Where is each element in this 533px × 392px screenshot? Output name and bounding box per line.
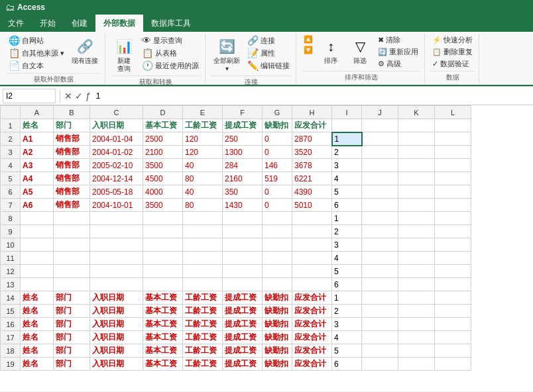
col-header-I[interactable]: I [332,106,362,119]
cell-8-7[interactable] [292,212,332,225]
cell-2-2[interactable]: 2004-01-04 [90,132,143,146]
cell-16-6[interactable]: 缺勤扣 [263,318,292,331]
cell-11-5[interactable] [223,252,263,265]
cell-8-5[interactable] [223,212,263,225]
btn-existing-connections[interactable]: 🔗 现有连接 [69,34,101,66]
col-header-F[interactable]: F [223,106,263,119]
cell-7-6[interactable]: 0 [263,199,292,212]
cell-19-5[interactable]: 提成工资 [223,358,263,371]
cell-5-0[interactable]: A4 [21,172,54,185]
cell-12-3[interactable] [143,265,183,278]
cell-2-3[interactable]: 2500 [143,132,183,146]
cell-12-1[interactable] [54,265,90,278]
cell-18-4[interactable]: 工龄工资 [183,344,223,358]
cell-9-5[interactable] [223,225,263,238]
cell-10-11[interactable] [435,238,471,252]
cell-5-4[interactable]: 80 [183,172,223,185]
cell-1-1[interactable]: 部门 [54,119,90,132]
cell-13-6[interactable] [263,278,292,291]
cell-18-2[interactable]: 入职日期 [90,344,143,358]
cell-6-0[interactable]: A5 [21,185,54,199]
cell-10-2[interactable] [90,238,143,252]
cell-3-11[interactable] [435,146,471,159]
btn-from-table[interactable]: 📋 从表格 [140,47,201,59]
cell-13-8[interactable]: 6 [332,278,362,291]
cell-5-10[interactable] [398,172,435,185]
cell-14-10[interactable] [398,291,435,305]
formula-input[interactable] [93,89,530,103]
cell-15-4[interactable]: 工龄工资 [183,305,223,318]
cell-6-8[interactable]: 5 [332,185,362,199]
cell-2-1[interactable]: 销售部 [54,132,90,146]
cell-2-4[interactable]: 120 [183,132,223,146]
cell-10-8[interactable]: 3 [332,238,362,252]
cell-1-0[interactable]: 姓名 [21,119,54,132]
cell-7-3[interactable]: 3500 [143,199,183,212]
cell-15-11[interactable] [435,305,471,318]
btn-new-query[interactable]: 📊 新建查询 [111,34,137,74]
cell-14-6[interactable]: 缺勤扣 [263,291,292,305]
cell-8-9[interactable] [362,212,398,225]
cell-14-7[interactable]: 应发合计 [292,291,332,305]
cell-15-1[interactable]: 部门 [54,305,90,318]
cell-4-2[interactable]: 2005-02-10 [90,159,143,172]
cell-6-10[interactable] [398,185,435,199]
cell-12-5[interactable] [223,265,263,278]
cell-10-7[interactable] [292,238,332,252]
cell-13-0[interactable] [21,278,54,291]
col-header-E[interactable]: E [183,106,223,119]
cell-19-2[interactable]: 入职日期 [90,358,143,371]
cell-8-2[interactable] [90,212,143,225]
cell-10-10[interactable] [398,238,435,252]
cell-9-8[interactable]: 2 [332,225,362,238]
cell-14-0[interactable]: 姓名 [21,291,54,305]
cell-3-8[interactable]: 2 [332,146,362,159]
col-header-D[interactable]: D [143,106,183,119]
cell-16-1[interactable]: 部门 [54,318,90,331]
cell-16-5[interactable]: 提成工资 [223,318,263,331]
cell-13-1[interactable] [54,278,90,291]
cell-17-1[interactable]: 部门 [54,331,90,344]
cell-6-2[interactable]: 2005-05-18 [90,185,143,199]
cell-18-0[interactable]: 姓名 [21,344,54,358]
cell-3-10[interactable] [398,146,435,159]
col-header-H[interactable]: H [292,106,332,119]
cell-17-4[interactable]: 工龄工资 [183,331,223,344]
btn-validate[interactable]: ✓ 数据验证 [430,58,475,70]
cell-14-9[interactable] [362,291,398,305]
cell-19-4[interactable]: 工龄工资 [183,358,223,371]
btn-clear[interactable]: ✖ 清除 [376,34,420,46]
cell-9-10[interactable] [398,225,435,238]
cell-16-2[interactable]: 入职日期 [90,318,143,331]
cell-4-1[interactable]: 销售部 [54,159,90,172]
cell-11-4[interactable] [183,252,223,265]
cell-10-6[interactable] [263,238,292,252]
cell-6-11[interactable] [435,185,471,199]
col-header-J[interactable]: J [362,106,398,119]
cell-11-9[interactable] [362,252,398,265]
cell-11-2[interactable] [90,252,143,265]
cell-18-3[interactable]: 基本工资 [143,344,183,358]
cell-12-8[interactable]: 5 [332,265,362,278]
cell-7-8[interactable]: 6 [332,199,362,212]
cell-5-3[interactable]: 4500 [143,172,183,185]
cell-4-5[interactable]: 284 [223,159,263,172]
cell-16-7[interactable]: 应发合计 [292,318,332,331]
cell-16-0[interactable]: 姓名 [21,318,54,331]
cell-9-11[interactable] [435,225,471,238]
cell-1-2[interactable]: 入职日期 [90,119,143,132]
cell-11-7[interactable] [292,252,332,265]
cell-15-0[interactable]: 姓名 [21,305,54,318]
col-header-A[interactable]: A [21,106,54,119]
cell-17-0[interactable]: 姓名 [21,331,54,344]
cell-8-1[interactable] [54,212,90,225]
btn-refresh-all[interactable]: 🔄 全部刷新▾ [211,34,243,74]
btn-sort[interactable]: ↕ 排序 [318,34,344,66]
cell-11-8[interactable]: 4 [332,252,362,265]
cell-3-5[interactable]: 1300 [223,146,263,159]
cell-2-10[interactable] [398,132,435,146]
confirm-formula-icon[interactable]: ✓ [75,91,83,101]
cell-15-9[interactable] [362,305,398,318]
cell-5-8[interactable]: 4 [332,172,362,185]
cell-7-4[interactable]: 80 [183,199,223,212]
